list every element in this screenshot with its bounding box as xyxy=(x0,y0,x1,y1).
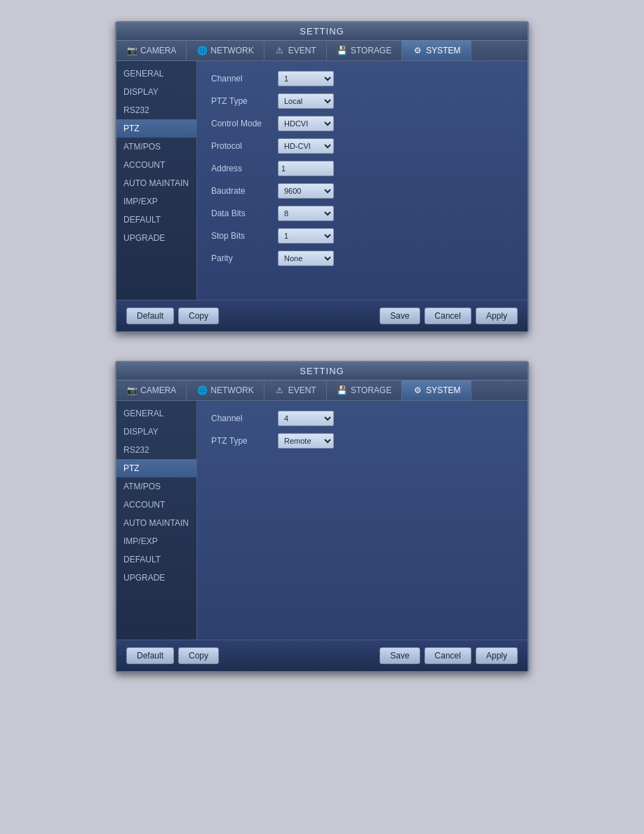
storage-icon-1: 💾 xyxy=(337,45,348,56)
form-row-ptztype-1: PTZ Type LocalRemote xyxy=(211,93,514,109)
sidebar-default-1[interactable]: DEFAULT xyxy=(116,211,196,229)
sidebar-auto-maintain-2[interactable]: AUTO MAINTAIN xyxy=(116,514,196,532)
select-channel-2[interactable]: 4123 xyxy=(278,411,334,426)
storage-icon-2: 💾 xyxy=(337,385,348,396)
form-row-parity-1: Parity NoneOddEven xyxy=(211,251,514,266)
apply-button-1[interactable]: Apply xyxy=(476,307,518,324)
form-row-baudrate-1: Baudrate 9600480019200 xyxy=(211,183,514,199)
label-baudrate-1: Baudrate xyxy=(211,186,278,196)
network-icon-1: 🌐 xyxy=(196,45,208,56)
button-bar-1: Default Copy Save Cancel Apply xyxy=(116,300,528,331)
label-address-1: Address xyxy=(211,164,278,173)
input-address-1[interactable] xyxy=(278,161,334,176)
title-bar-1: SETTING xyxy=(116,22,528,41)
form-row-channel-1: Channel 1234 xyxy=(211,71,514,86)
sidebar-general-1[interactable]: GENERAL xyxy=(116,65,196,83)
event-icon-2: ⚠ xyxy=(274,385,286,396)
button-bar-2: Default Copy Save Cancel Apply xyxy=(116,640,528,671)
network-icon-2: 🌐 xyxy=(196,385,208,396)
title-bar-2: SETTING xyxy=(116,362,528,380)
label-databits-1: Data Bits xyxy=(211,208,278,218)
sidebar-account-2[interactable]: ACCOUNT xyxy=(116,496,196,514)
sidebar-display-1[interactable]: DISPLAY xyxy=(116,83,196,101)
sidebar-atmpos-2[interactable]: ATM/POS xyxy=(116,477,196,496)
select-stopbits-1[interactable]: 12 xyxy=(278,228,334,244)
sidebar-ptz-1[interactable]: PTZ xyxy=(116,119,196,138)
sidebar-upgrade-2[interactable]: UPGRADE xyxy=(116,569,196,587)
sidebar-rs232-2[interactable]: RS232 xyxy=(116,441,196,459)
form-row-ptztype-2: PTZ Type RemoteLocal xyxy=(211,433,514,449)
select-channel-1[interactable]: 1234 xyxy=(278,71,334,86)
default-button-1[interactable]: Default xyxy=(126,307,174,324)
sidebar-2: GENERAL DISPLAY RS232 PTZ ATM/POS ACCOUN… xyxy=(116,401,197,640)
cancel-button-2[interactable]: Cancel xyxy=(424,647,471,664)
sidebar-display-2[interactable]: DISPLAY xyxy=(116,423,196,441)
select-parity-1[interactable]: NoneOddEven xyxy=(278,251,334,266)
select-ptztype-1[interactable]: LocalRemote xyxy=(278,93,334,109)
main-content-1: GENERAL DISPLAY RS232 PTZ ATM/POS ACCOUN… xyxy=(116,61,528,300)
system-icon-1: ⚙ xyxy=(412,45,423,56)
main-content-2: GENERAL DISPLAY RS232 PTZ ATM/POS ACCOUN… xyxy=(116,401,528,640)
apply-button-2[interactable]: Apply xyxy=(476,647,518,664)
tab-system-2[interactable]: ⚙ SYSTEM xyxy=(402,380,471,400)
sidebar-ptz-2[interactable]: PTZ xyxy=(116,459,196,477)
cancel-button-1[interactable]: Cancel xyxy=(424,307,471,324)
select-databits-1[interactable]: 87 xyxy=(278,206,334,221)
sidebar-default-2[interactable]: DEFAULT xyxy=(116,550,196,569)
sidebar-rs232-1[interactable]: RS232 xyxy=(116,101,196,119)
label-channel-2: Channel xyxy=(211,413,278,423)
form-row-stopbits-1: Stop Bits 12 xyxy=(211,228,514,244)
tab-event-1[interactable]: ⚠ EVENT xyxy=(264,41,327,60)
tab-storage-1[interactable]: 💾 STORAGE xyxy=(327,41,402,60)
label-controlmode-1: Control Mode xyxy=(211,119,278,128)
tab-event-2[interactable]: ⚠ EVENT xyxy=(264,380,327,400)
sidebar-imp-exp-1[interactable]: IMP/EXP xyxy=(116,192,196,211)
select-baudrate-1[interactable]: 9600480019200 xyxy=(278,183,334,199)
copy-button-2[interactable]: Copy xyxy=(178,647,219,664)
tab-camera-2[interactable]: 📷 CAMERA xyxy=(116,380,187,400)
copy-button-1[interactable]: Copy xyxy=(178,307,219,324)
default-button-2[interactable]: Default xyxy=(126,647,174,664)
camera-icon-1: 📷 xyxy=(126,45,137,56)
select-ptztype-2[interactable]: RemoteLocal xyxy=(278,433,334,449)
label-ptztype-1: PTZ Type xyxy=(211,96,278,106)
select-protocol-1[interactable]: HD-CVIPELCO-D xyxy=(278,138,334,154)
tab-network-1[interactable]: 🌐 NETWORK xyxy=(187,41,264,60)
label-channel-1: Channel xyxy=(211,74,278,84)
form-row-channel-2: Channel 4123 xyxy=(211,411,514,426)
label-ptztype-2: PTZ Type xyxy=(211,436,278,446)
setting-panel-1: SETTING 📷 CAMERA 🌐 NETWORK ⚠ EVENT 💾 xyxy=(115,21,529,333)
setting-panel-2: SETTING 📷 CAMERA 🌐 NETWORK ⚠ EVENT 💾 xyxy=(115,361,529,673)
sidebar-auto-maintain-1[interactable]: AUTO MAINTAIN xyxy=(116,174,196,192)
save-button-1[interactable]: Save xyxy=(380,307,420,324)
sidebar-1: GENERAL DISPLAY RS232 PTZ ATM/POS ACCOUN… xyxy=(116,61,197,300)
save-button-2[interactable]: Save xyxy=(380,647,420,664)
form-area-2: Channel 4123 PTZ Type RemoteLocal xyxy=(197,401,528,640)
tab-camera-1[interactable]: 📷 CAMERA xyxy=(116,41,187,60)
sidebar-upgrade-1[interactable]: UPGRADE xyxy=(116,229,196,247)
tab-system-1[interactable]: ⚙ SYSTEM xyxy=(402,41,471,60)
tab-storage-2[interactable]: 💾 STORAGE xyxy=(327,380,402,400)
label-protocol-1: Protocol xyxy=(211,141,278,151)
title-1: SETTING xyxy=(300,26,344,37)
panel1: SETTING 📷 CAMERA 🌐 NETWORK ⚠ EVENT 💾 xyxy=(115,21,529,333)
panel2: SETTING 📷 CAMERA 🌐 NETWORK ⚠ EVENT 💾 xyxy=(115,361,529,673)
tab-network-2[interactable]: 🌐 NETWORK xyxy=(187,380,264,400)
sidebar-account-1[interactable]: ACCOUNT xyxy=(116,156,196,174)
event-icon-1: ⚠ xyxy=(274,45,286,56)
form-row-databits-1: Data Bits 87 xyxy=(211,206,514,221)
label-stopbits-1: Stop Bits xyxy=(211,231,278,241)
form-row-address-1: Address xyxy=(211,161,514,176)
sidebar-atmpos-1[interactable]: ATM/POS xyxy=(116,138,196,156)
tab-bar-2: 📷 CAMERA 🌐 NETWORK ⚠ EVENT 💾 STORAGE ⚙ xyxy=(116,380,528,401)
sidebar-general-2[interactable]: GENERAL xyxy=(116,404,196,423)
title-2: SETTING xyxy=(300,366,344,376)
form-area-1: Channel 1234 PTZ Type LocalRemote Contro… xyxy=(197,61,528,300)
form-row-controlmode-1: Control Mode HDCVIRS485 xyxy=(211,116,514,131)
system-icon-2: ⚙ xyxy=(412,385,423,396)
tab-bar-1: 📷 CAMERA 🌐 NETWORK ⚠ EVENT 💾 STORAGE ⚙ xyxy=(116,41,528,61)
select-controlmode-1[interactable]: HDCVIRS485 xyxy=(278,116,334,131)
camera-icon-2: 📷 xyxy=(126,385,137,396)
label-parity-1: Parity xyxy=(211,253,278,263)
sidebar-imp-exp-2[interactable]: IMP/EXP xyxy=(116,532,196,550)
